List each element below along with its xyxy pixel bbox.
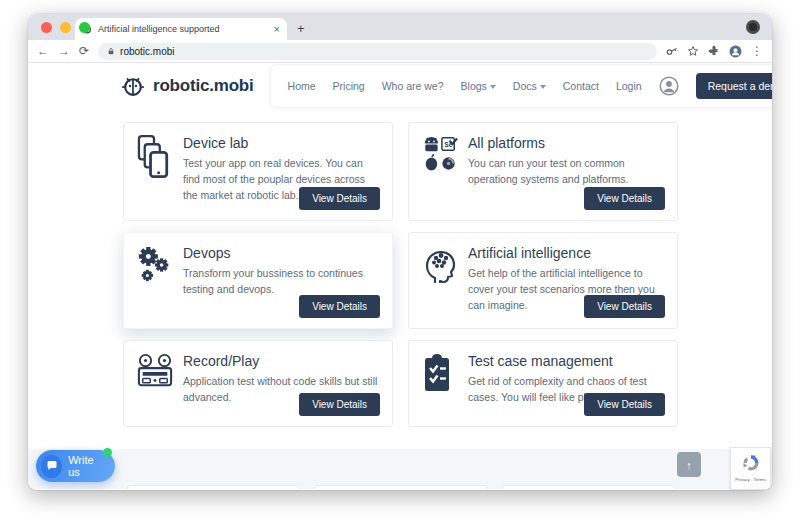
extensions-puzzle-icon[interactable] bbox=[708, 45, 720, 57]
chevron-down-icon bbox=[540, 85, 546, 89]
view-details-button[interactable]: View Details bbox=[299, 187, 380, 210]
card-title: Artificial intelligence bbox=[468, 245, 665, 261]
view-details-button[interactable]: View Details bbox=[584, 393, 665, 416]
nav-item-login[interactable]: Login bbox=[616, 80, 642, 92]
card-title: Devops bbox=[183, 245, 380, 261]
new-tab-button[interactable]: + bbox=[297, 21, 305, 36]
pricing-card-top bbox=[502, 485, 676, 489]
card-description: Transform your bussiness to continues te… bbox=[183, 266, 380, 298]
site-logo[interactable]: robotic.mobi bbox=[120, 73, 254, 99]
chevron-down-icon bbox=[490, 85, 496, 89]
nav-item-home[interactable]: Home bbox=[288, 80, 316, 92]
card-title: Record/Play bbox=[183, 353, 380, 369]
pricing-card-top bbox=[314, 485, 488, 489]
nav-item-pricing[interactable]: Pricing bbox=[333, 80, 365, 92]
back-button[interactable]: ← bbox=[37, 45, 49, 57]
url-text: robotic.mobi bbox=[120, 46, 174, 57]
chat-label: Write us bbox=[68, 454, 105, 478]
chat-bubble-icon bbox=[41, 455, 62, 478]
apple-icon bbox=[426, 154, 437, 171]
recaptcha-label: Privacy - Terms bbox=[735, 477, 765, 482]
address-bar[interactable]: robotic.mobi bbox=[98, 43, 657, 60]
profile-avatar-icon[interactable] bbox=[729, 45, 742, 58]
tab-title: Artificial intelligence supported bbox=[98, 24, 253, 34]
tab-strip: Artificial intelligence supported × + bbox=[28, 14, 772, 40]
card-test-case-management[interactable]: Test case management Get rid of complexi… bbox=[408, 340, 678, 427]
arrow-up-icon: ↑ bbox=[686, 459, 692, 471]
traffic-lights bbox=[41, 22, 90, 33]
ai-head-icon bbox=[421, 245, 459, 318]
browser-toolbar: ← → ⟳ robotic.mobi bbox=[28, 40, 772, 63]
toolbar-actions: ⋮ bbox=[666, 45, 763, 58]
view-details-button[interactable]: View Details bbox=[584, 187, 665, 210]
refresh-button[interactable]: ⟳ bbox=[79, 45, 89, 57]
selenium-icon: Se bbox=[442, 138, 457, 150]
footer-section bbox=[28, 449, 772, 489]
clipboard-checklist-icon bbox=[421, 353, 459, 416]
main-nav: Home Pricing Who are we? Blogs Docs Cont… bbox=[270, 64, 772, 108]
page-content: robotic.mobi Home Pricing Who are we? Bl… bbox=[28, 63, 772, 489]
chat-widget-button[interactable]: Write us bbox=[36, 450, 115, 482]
scroll-to-top-button[interactable]: ↑ bbox=[677, 452, 701, 477]
robot-bug-icon bbox=[120, 73, 146, 99]
card-description: You can run your test on common operatio… bbox=[468, 156, 665, 188]
pricing-card-top bbox=[127, 485, 300, 489]
close-window-button[interactable] bbox=[41, 22, 52, 33]
gears-icon bbox=[136, 245, 174, 318]
platform-disc-icon bbox=[442, 157, 454, 169]
user-avatar-icon[interactable] bbox=[659, 76, 679, 96]
card-devops[interactable]: Devops Transform your bussiness to conti… bbox=[123, 232, 393, 329]
screenshot-stage: Artificial intelligence supported × + ← … bbox=[0, 0, 800, 527]
minimize-window-button[interactable] bbox=[60, 22, 71, 33]
card-title: All platforms bbox=[468, 135, 665, 151]
platforms-logos-icon: Se bbox=[421, 135, 459, 210]
password-key-icon[interactable] bbox=[666, 45, 678, 57]
card-all-platforms[interactable]: Se bbox=[408, 122, 678, 221]
android-icon bbox=[425, 137, 438, 151]
tape-recorder-icon bbox=[136, 353, 174, 416]
nav-item-blogs[interactable]: Blogs bbox=[461, 80, 496, 92]
card-device-lab[interactable]: Device lab Test your app on real devices… bbox=[123, 122, 393, 221]
view-details-button[interactable]: View Details bbox=[299, 393, 380, 416]
site-header: robotic.mobi Home Pricing Who are we? Bl… bbox=[28, 63, 772, 109]
tab-close-icon[interactable]: × bbox=[274, 24, 280, 35]
online-status-dot bbox=[103, 448, 112, 457]
browser-window: Artificial intelligence supported × + ← … bbox=[28, 14, 772, 490]
view-details-button[interactable]: View Details bbox=[299, 295, 380, 318]
devices-stack-icon bbox=[136, 135, 174, 210]
feature-grid: Device lab Test your app on real devices… bbox=[28, 109, 772, 427]
card-record-play[interactable]: Record/Play Application test without cod… bbox=[123, 340, 393, 427]
bookmark-star-icon[interactable] bbox=[687, 45, 699, 57]
nav-item-contact[interactable]: Contact bbox=[563, 80, 599, 92]
recaptcha-icon bbox=[741, 453, 761, 473]
recaptcha-badge[interactable]: Privacy - Terms bbox=[730, 447, 771, 490]
logo-text: robotic.mobi bbox=[153, 76, 254, 96]
record-indicator-icon[interactable] bbox=[746, 20, 760, 34]
zoom-window-button[interactable] bbox=[79, 22, 90, 33]
padlock-icon bbox=[107, 47, 115, 56]
forward-button[interactable]: → bbox=[58, 45, 70, 57]
card-title: Test case management bbox=[468, 353, 665, 369]
nav-item-docs[interactable]: Docs bbox=[513, 80, 546, 92]
request-demo-button[interactable]: Request a demo bbox=[696, 73, 772, 99]
browser-tab[interactable]: Artificial intelligence supported × bbox=[75, 18, 287, 40]
card-artificial-intelligence[interactable]: Artificial intelligence Get help of the … bbox=[408, 232, 678, 329]
card-title: Device lab bbox=[183, 135, 380, 151]
browser-menu-icon[interactable]: ⋮ bbox=[751, 45, 763, 57]
view-details-button[interactable]: View Details bbox=[584, 295, 665, 318]
nav-item-who-are-we[interactable]: Who are we? bbox=[382, 80, 444, 92]
